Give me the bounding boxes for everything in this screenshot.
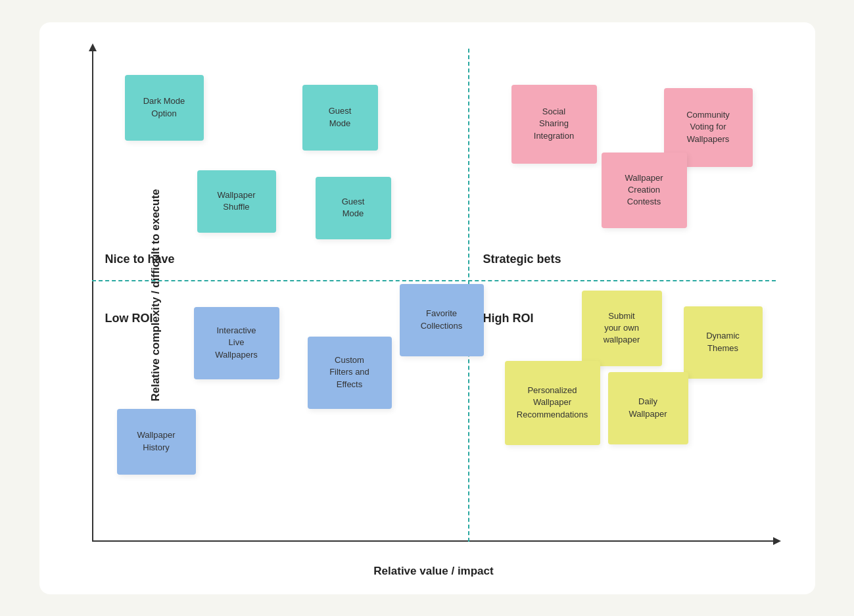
sticky-guest-mode-2: GuestMode xyxy=(316,177,391,239)
sticky-favorite-collections: FavoriteCollections xyxy=(400,284,484,356)
x-axis xyxy=(92,540,776,542)
chart-container: Relative value / impact Relative complex… xyxy=(39,22,815,594)
quadrant-high-roi: High ROI xyxy=(483,312,534,325)
horizontal-divider xyxy=(92,280,776,281)
sticky-wallpaper-contests: WallpaperCreationContests xyxy=(602,153,687,228)
x-axis-label: Relative value / impact xyxy=(373,565,493,578)
y-axis xyxy=(92,49,93,542)
sticky-interactive-live: InteractiveLiveWallpapers xyxy=(194,307,279,379)
sticky-daily-wallpaper: DailyWallpaper xyxy=(608,372,688,444)
sticky-social-sharing: SocialSharingIntegration xyxy=(511,85,597,164)
y-axis-label: Relative complexity / difficult to execu… xyxy=(149,189,162,401)
quadrant-nice-to-have: Nice to have xyxy=(105,252,175,266)
sticky-dark-mode: Dark Mode Option xyxy=(125,75,204,141)
quadrant-low-roi: Low ROI xyxy=(105,312,153,325)
sticky-dynamic-themes: DynamicThemes xyxy=(684,306,763,379)
sticky-custom-filters: CustomFilters andEffects xyxy=(308,337,392,409)
sticky-submit-wallpaper: Submityour ownwallpaper xyxy=(582,291,662,366)
sticky-personalized-recs: PersonalizedWallpaperRecommendations xyxy=(505,361,600,445)
quadrant-strategic-bets: Strategic bets xyxy=(483,252,561,266)
sticky-wallpaper-history: WallpaperHistory xyxy=(117,409,196,475)
sticky-wallpaper-shuffle: WallpaperShuffle xyxy=(197,170,276,233)
chart-area: Relative value / impact Relative complex… xyxy=(92,49,776,542)
sticky-guest-mode-1: GuestMode xyxy=(302,85,378,151)
